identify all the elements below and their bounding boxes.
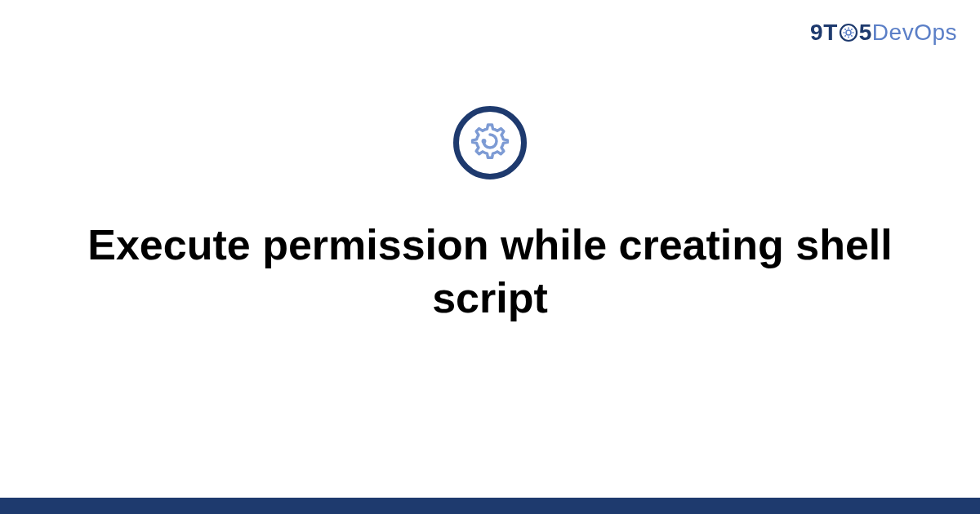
svg-point-2 bbox=[483, 140, 484, 142]
gear-badge bbox=[453, 106, 527, 179]
svg-point-1 bbox=[846, 30, 851, 35]
logo-suffix-text: 5 bbox=[859, 20, 872, 46]
gear-icon bbox=[467, 118, 513, 167]
brand-logo: 9T 5 DevOps bbox=[810, 20, 957, 46]
page-title: Execute permission while creating shell … bbox=[61, 219, 919, 325]
footer-bar bbox=[0, 498, 980, 514]
gear-icon bbox=[839, 23, 858, 42]
logo-brand-text: DevOps bbox=[872, 20, 957, 46]
main-content: Execute permission while creating shell … bbox=[0, 106, 980, 325]
svg-point-0 bbox=[840, 24, 857, 41]
logo-prefix-text: 9T bbox=[810, 20, 838, 46]
